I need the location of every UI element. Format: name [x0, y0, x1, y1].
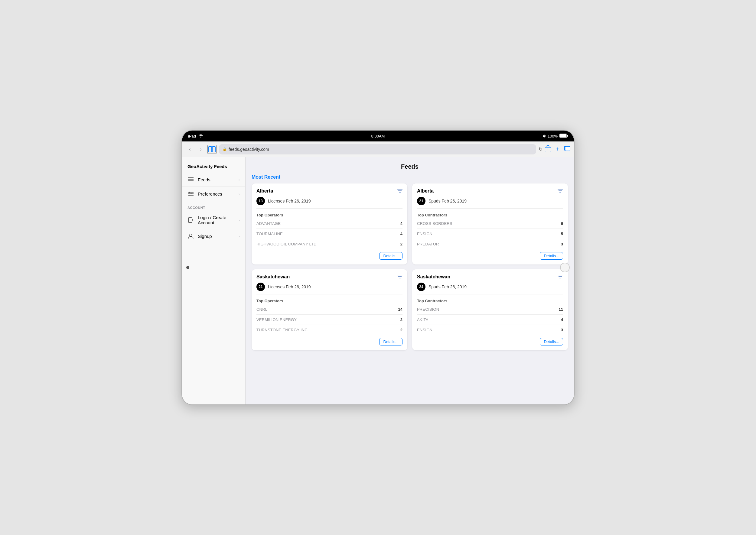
- side-handle: [560, 263, 570, 272]
- table-row: HIGHWOOD OIL COMPANY LTD. 2: [256, 240, 402, 248]
- card-alberta-licenses: Alberta 13 Licenses Feb 26, 2019: [251, 183, 407, 265]
- sidebar-item-feeds[interactable]: Feeds ›: [182, 173, 245, 187]
- row-value: 11: [559, 307, 563, 312]
- lock-icon: 🔒: [222, 147, 227, 151]
- sidebar: GeoActivity Feeds Feeds ›: [182, 157, 246, 405]
- row-value: 2: [400, 328, 402, 332]
- filter-icon[interactable]: [558, 274, 563, 280]
- card-sask-spuds: Saskatchewan 24 Spuds Feb 26, 2019: [412, 269, 568, 350]
- status-right: ✱ 100%: [542, 134, 568, 139]
- table-row: TOURMALINE 4: [256, 230, 402, 238]
- battery-icon: [560, 134, 568, 139]
- signup-label: Signup: [198, 234, 235, 239]
- most-recent-label: Most Recent: [251, 174, 568, 180]
- card-subtitle-row: 21 Spuds Feb 26, 2019: [417, 197, 563, 209]
- row-value: 4: [400, 232, 402, 236]
- content-area: Feeds Most Recent Alberta: [246, 157, 574, 405]
- browser-chrome: ‹ › 🔒 feeds.geoactivity.com ↻ +: [182, 141, 574, 157]
- row-name: AKITA: [417, 317, 428, 322]
- filter-icon[interactable]: [397, 274, 402, 280]
- card-title: Alberta: [256, 188, 273, 194]
- row-name: ADVANTAGE: [256, 221, 281, 226]
- card-title: Saskatchewan: [417, 274, 450, 280]
- tabs-button[interactable]: [564, 146, 570, 153]
- table-row: CNRL 14: [256, 306, 402, 313]
- row-name: CROSS BORDERS: [417, 221, 452, 226]
- svg-rect-2: [567, 135, 568, 137]
- cards-grid: Alberta 13 Licenses Feb 26, 2019: [251, 183, 568, 350]
- card-subtitle-row: 24 Spuds Feb 26, 2019: [417, 283, 563, 295]
- feeds-icon: [188, 176, 194, 183]
- preferences-icon: [188, 190, 194, 197]
- camera-dot: [186, 266, 189, 269]
- url-text: feeds.geoactivity.com: [229, 147, 269, 152]
- preferences-label: Preferences: [198, 191, 235, 196]
- table-row: PREDATOR 3: [417, 240, 563, 248]
- bookmarks-button[interactable]: [207, 145, 217, 154]
- ipad-frame: iPad 8:00AM ✱ 100% ‹: [182, 130, 574, 405]
- card-sask-licenses: Saskatchewan 21 Licenses Feb 26, 2019: [251, 269, 407, 350]
- card-header: Alberta: [256, 188, 402, 194]
- svg-rect-3: [209, 147, 212, 152]
- badge: 21: [417, 197, 425, 205]
- table-row: CROSS BORDERS 6: [417, 220, 563, 227]
- add-tab-button[interactable]: +: [556, 146, 560, 153]
- login-chevron: ›: [239, 218, 240, 222]
- card-subtitle: Licenses Feb 26, 2019: [268, 199, 311, 203]
- badge: 13: [256, 197, 265, 205]
- row-name: ENSIGN: [417, 232, 432, 236]
- row-value: 2: [400, 317, 402, 322]
- card-subtitle: Spuds Feb 26, 2019: [428, 284, 467, 289]
- url-bar[interactable]: 🔒 feeds.geoactivity.com: [219, 144, 536, 155]
- row-name: TURNSTONE ENERGY INC.: [256, 328, 309, 332]
- filter-icon[interactable]: [397, 189, 402, 194]
- sidebar-title: GeoActivity Feeds: [182, 159, 245, 173]
- row-name: ENSIGN: [417, 328, 432, 332]
- row-name: HIGHWOOD OIL COMPANY LTD.: [256, 242, 317, 246]
- svg-point-18: [189, 234, 192, 236]
- sidebar-item-signup[interactable]: Signup ›: [182, 229, 245, 243]
- row-value: 6: [561, 221, 563, 226]
- badge: 24: [417, 283, 425, 291]
- row-value: 3: [561, 242, 563, 246]
- details-button[interactable]: Details...: [379, 338, 402, 346]
- table-row: AKITA 4: [417, 316, 563, 324]
- time-display: 8:00AM: [371, 134, 385, 138]
- svg-rect-1: [560, 134, 567, 137]
- status-left: iPad: [188, 134, 203, 138]
- back-button[interactable]: ‹: [186, 145, 194, 154]
- details-button[interactable]: Details...: [379, 252, 402, 260]
- signup-icon: [188, 233, 194, 239]
- card-header: Alberta: [417, 188, 563, 194]
- table-row: ENSIGN 5: [417, 230, 563, 238]
- status-bar: iPad 8:00AM ✱ 100%: [182, 130, 574, 141]
- row-name: VERMILION ENERGY: [256, 317, 297, 322]
- wifi-icon: [198, 134, 203, 138]
- row-value: 2: [400, 242, 402, 246]
- feeds-label: Feeds: [198, 177, 235, 182]
- page-title: Feeds: [251, 163, 568, 170]
- reload-button[interactable]: ↻: [538, 146, 542, 152]
- card-header: Saskatchewan: [256, 274, 402, 280]
- details-button[interactable]: Details...: [540, 338, 563, 346]
- share-button[interactable]: [545, 145, 551, 154]
- signup-chevron: ›: [239, 234, 240, 239]
- main-content: GeoActivity Feeds Feeds ›: [182, 157, 574, 405]
- card-subtitle: Licenses Feb 26, 2019: [268, 284, 311, 289]
- row-name: PREDATOR: [417, 242, 439, 246]
- filter-icon[interactable]: [558, 189, 563, 194]
- row-value: 14: [398, 307, 402, 312]
- card-title: Saskatchewan: [256, 274, 290, 280]
- table-row: PRECISION 11: [417, 306, 563, 313]
- login-label: Login / Create Account: [198, 215, 235, 225]
- row-value: 4: [561, 317, 563, 322]
- sidebar-item-preferences[interactable]: Preferences ›: [182, 187, 245, 201]
- row-name: CNRL: [256, 307, 267, 312]
- forward-button[interactable]: ›: [196, 145, 205, 154]
- card-title: Alberta: [417, 188, 434, 194]
- preferences-chevron: ›: [239, 192, 240, 196]
- account-section-label: ACCOUNT: [182, 201, 245, 211]
- sidebar-item-login[interactable]: Login / Create Account ›: [182, 211, 245, 229]
- table-row: VERMILION ENERGY 2: [256, 316, 402, 324]
- details-button[interactable]: Details...: [540, 252, 563, 260]
